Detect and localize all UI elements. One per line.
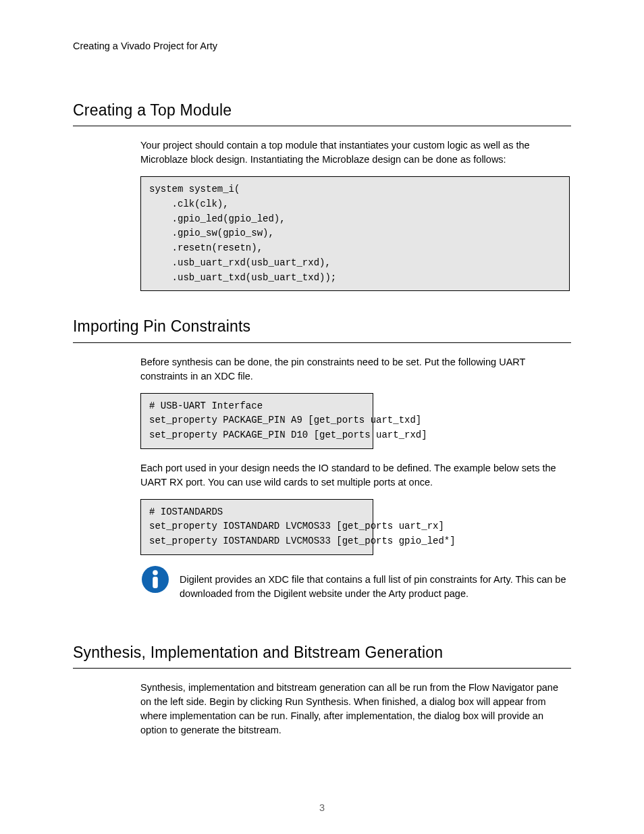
document-title: Creating a Vivado Project for Arty — [73, 39, 571, 53]
page-number: 3 — [0, 801, 644, 815]
heading-pin-constraints: Importing Pin Constraints — [73, 315, 571, 338]
svg-rect-2 — [153, 577, 158, 588]
section3-body: Synthesis, implementation and bitstream … — [140, 681, 571, 737]
svg-point-1 — [153, 570, 158, 575]
section1-intro: Your project should contain a top module… — [140, 138, 571, 167]
heading-synthesis: Synthesis, Implementation and Bitstream … — [73, 642, 571, 664]
code-uart-constraints: # USB-UART Interface set_property PACKAG… — [140, 393, 373, 449]
code-instantiate-system: system system_i( .clk(clk), .gpio_led(gp… — [140, 176, 570, 291]
section2-mid: Each port used in your design needs the … — [140, 461, 571, 490]
section-rule — [73, 126, 571, 126]
section-rule — [73, 668, 571, 669]
info-icon — [140, 565, 170, 598]
code-iostandards: # IOSTANDARDS set_property IOSTANDARD LV… — [140, 499, 373, 555]
note-text: Digilent provides an XDC file that conta… — [180, 567, 571, 601]
section-rule — [73, 342, 571, 343]
note-block: Digilent provides an XDC file that conta… — [140, 567, 571, 601]
section2-intro: Before synthesis can be done, the pin co… — [140, 355, 571, 384]
heading-top-module: Creating a Top Module — [73, 99, 571, 122]
